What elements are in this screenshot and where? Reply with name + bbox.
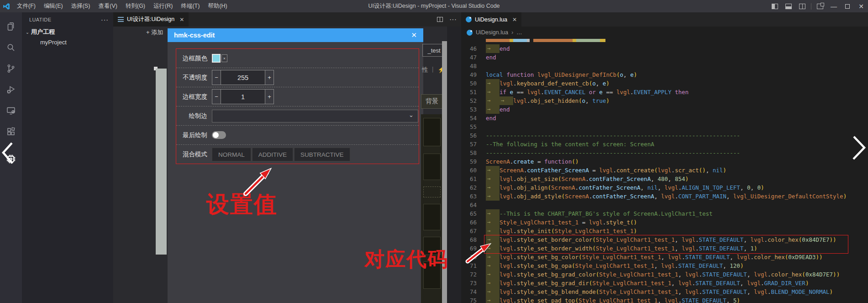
line-number: 62 [461,183,477,192]
tree-item-user-project[interactable]: ⌄ 用户工程 [22,27,113,37]
menu-item[interactable]: 编辑(E) [40,0,67,12]
code-line[interactable]: 49local function lvgl_UiDesigner_DefInCb… [461,70,868,79]
editor-more-actions-icon[interactable]: ··· [449,16,457,24]
close-window-button[interactable]: ✕ [854,0,868,12]
draw-last-toggle[interactable] [212,131,226,139]
indent-whitespace: → [486,183,500,192]
tab-ui-designer[interactable]: UI设计器:UiDesign ✕ [113,12,189,27]
code-line[interactable]: 57--The following is the content of scre… [461,140,868,149]
code-line[interactable]: 62→lvgl.obj_align(ScreenA.contFather_Scr… [461,183,868,192]
increment-button[interactable]: + [265,70,274,85]
widget-list-panel [421,114,443,303]
code-line[interactable]: 67→lvgl.style_init(Style_LvglChart1_test… [461,227,868,235]
luatide-chip-icon[interactable] [0,149,22,170]
restore-button[interactable] [841,0,854,12]
indent-whitespace: → [486,270,500,279]
split-editor-icon[interactable] [795,0,809,12]
opacity-value[interactable]: 255 [221,70,265,85]
run-debug-icon[interactable] [0,79,22,100]
menu-item[interactable]: 运行(R) [149,0,177,12]
line-number: 54 [461,114,477,122]
code-line[interactable]: 65→--This is the CHART_PART_BG's style o… [461,209,868,218]
code-editor[interactable]: 46→end47end4849local function lvgl_UiDes… [461,38,868,303]
customize-layout-icon[interactable] [813,0,827,12]
split-editor-icon[interactable] [437,17,443,22]
border-width-value[interactable]: 1 [221,90,265,104]
code-line[interactable]: 54end [461,114,868,122]
field-border-width: 边框宽度 − 1 + [176,87,419,106]
titlebar-divider [811,3,811,10]
code-line[interactable]: 74→lvgl.style_set_bg_blend_mode(Style_Lv… [461,287,868,296]
close-tab-icon[interactable]: ✕ [512,16,517,23]
source-control-icon[interactable] [0,58,22,79]
indent-whitespace: → [486,175,500,183]
more-actions-icon[interactable]: ··· [101,16,109,23]
breadcrumb[interactable]: UiDesign.lua › … [461,27,868,38]
code-line[interactable]: 60→ScreenA.contFather_ScreenA = lvgl.con… [461,166,868,175]
code-line[interactable]: 70→lvgl.style_set_bg_color(Style_LvglCha… [461,253,868,261]
code-line[interactable]: 52→→lvgl.obj_set_hidden(o, true) [461,96,868,105]
blend-normal-button[interactable]: NORMAL [212,148,251,161]
menu-item[interactable]: 选择(S) [67,0,95,12]
decrement-button[interactable]: − [212,90,221,104]
indent-whitespace: → [486,44,500,53]
menu-item[interactable]: 终端(T) [177,0,204,12]
field-opacity: 不透明度 − 255 + [176,68,419,87]
line-number: 73 [461,279,477,287]
toggle-panel-icon[interactable] [782,0,795,12]
tab-uidesign-lua[interactable]: UiDesign.lua ✕ [461,12,521,27]
background-button[interactable]: 背景 [421,94,443,109]
code-line[interactable]: 46→end [461,44,868,53]
code-line[interactable]: 59ScreenA.create = function() [461,157,868,166]
menu-item[interactable]: 转到(G) [121,0,149,12]
code-line[interactable]: 71→lvgl.style_set_bg_opa(Style_LvglChart… [461,261,868,270]
remote-explorer-icon[interactable] [0,100,22,121]
code-line[interactable]: 55 [461,122,868,131]
add-button[interactable]: + 添加 [146,28,163,37]
code-line[interactable]: 58--------------------------------------… [461,149,868,157]
sidebar-panel: LUATIDE ··· ⌄ 用户工程 myProject [22,12,113,303]
extensions-icon[interactable] [0,121,22,142]
chevron-down-icon: ⌄ [24,30,31,35]
indent-whitespace: → [486,209,500,218]
line-number: 50 [461,79,477,88]
indent-whitespace: → [486,79,500,88]
close-tab-icon[interactable]: ✕ [179,16,184,23]
code-line[interactable]: 72→lvgl.style_set_bg_grad_color(Style_Lv… [461,270,868,279]
dialog-header[interactable]: hmk-css-edit ✕ [168,28,423,42]
code-line[interactable]: 47end [461,53,868,62]
line-number: 48 [461,62,477,70]
color-swatch[interactable] [212,54,221,63]
opacity-stepper: − 255 + [212,70,274,85]
code-line[interactable]: 75→lvgl.style_set_pad_top(Style_LvglChar… [461,296,868,303]
menu-item[interactable]: 文件(F) [13,0,40,12]
menu-item[interactable]: 帮助(H) [204,0,231,12]
code-line[interactable]: 73→lvgl.style_set_bg_grad_dir(Style_Lvgl… [461,279,868,287]
explorer-icon[interactable] [0,16,22,37]
code-line[interactable]: 66→Style_LvglChart1_test_1 = lvgl.style_… [461,218,868,227]
tree-item-myproject[interactable]: myProject [22,37,113,47]
toggle-sidebar-icon[interactable] [768,0,782,12]
clear-color-button[interactable]: × [221,54,227,62]
line-number: 64 [461,201,477,209]
menu-item[interactable]: 查看(V) [94,0,121,12]
highlighted-code-box [484,235,848,254]
code-line[interactable]: 63→lvgl.obj_add_style(ScreenA.contFather… [461,192,868,201]
close-icon[interactable]: ✕ [411,28,417,42]
code-line[interactable]: 56--------------------------------------… [461,131,868,140]
breadcrumb-separator: › [511,29,513,36]
search-icon[interactable] [0,37,22,58]
field-draw-last: 最后绘制 [176,126,419,145]
blend-subtractive-button[interactable]: SUBTRACTIVE [294,148,350,161]
code-line[interactable]: 64 [461,201,868,209]
decrement-button[interactable]: − [212,70,221,85]
increment-button[interactable]: + [265,90,274,104]
minimize-button[interactable]: — [827,0,841,12]
blend-additive-button[interactable]: ADDITIVE [252,148,293,161]
code-line[interactable]: 61→lvgl.obj_set_size(ScreenA.contFather_… [461,175,868,183]
draw-side-select[interactable]: ⌄ [212,110,418,122]
code-line[interactable]: 50→lvgl.keyboard_def_event_cb(o, e) [461,79,868,88]
code-line[interactable]: 53→end [461,105,868,114]
code-line[interactable]: 51→if e == lvgl.EVENT_CANCEL or e == lvg… [461,88,868,96]
code-line[interactable]: 48 [461,62,868,70]
